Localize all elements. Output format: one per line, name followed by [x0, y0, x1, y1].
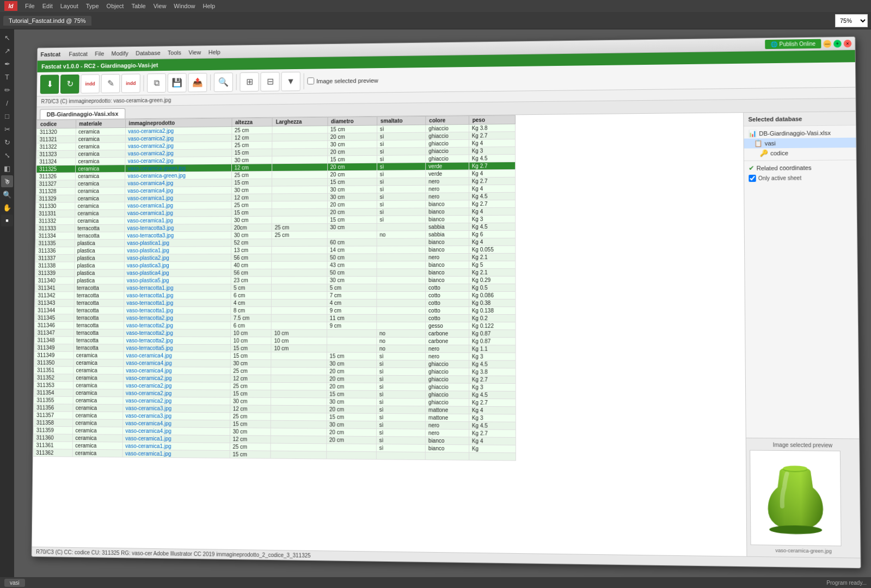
image-link[interactable]: vaso-ceramica4.jpg: [125, 428, 171, 434]
col-header-immagineprodotto[interactable]: immagineprodotto: [125, 118, 232, 128]
image-link[interactable]: vaso-plastica4.jpg: [127, 270, 169, 276]
menu-edit[interactable]: Edit: [39, 2, 56, 10]
menu-table[interactable]: Table: [128, 2, 149, 10]
image-link[interactable]: vaso-terracotta1.jpg: [127, 300, 174, 306]
fc-menu-file[interactable]: File: [92, 49, 108, 58]
table-cell[interactable]: vaso-ceramica1.jpg: [125, 194, 231, 202]
table-cell[interactable]: vaso-terracotta5.jpg: [123, 344, 230, 352]
image-link[interactable]: vaso-terracotta1.jpg: [126, 308, 173, 314]
scissors-tool[interactable]: ✂: [1, 123, 13, 135]
image-link[interactable]: vaso-terracotta5.jpg: [126, 345, 173, 351]
direct-select-tool[interactable]: ↗: [1, 45, 13, 57]
close-button[interactable]: ×: [844, 39, 852, 47]
fc-table-area[interactable]: codice materiale immagineprodotto altezz…: [32, 113, 747, 556]
eyedropper-tool[interactable]: 🖰: [1, 175, 13, 187]
image-link[interactable]: vaso-ceramica4.jpg: [126, 360, 172, 366]
image-link[interactable]: vaso-ceramica2.jpg: [128, 136, 174, 142]
image-link[interactable]: vaso-plastica1.jpg: [127, 240, 169, 246]
table-cell[interactable]: vaso-ceramica4.jpg: [123, 352, 230, 359]
image-link[interactable]: vaso-ceramica-green.jpg: [128, 165, 186, 171]
table-cell[interactable]: vaso-ceramica1.jpg: [122, 434, 230, 443]
menu-object[interactable]: Object: [103, 2, 127, 10]
menu-window[interactable]: Window: [170, 2, 198, 10]
table-cell[interactable]: vaso-ceramica4.jpg: [123, 367, 230, 375]
col-header-colore[interactable]: colore: [426, 116, 469, 125]
table-cell[interactable]: vaso-plastica3.jpg: [124, 261, 231, 269]
image-link[interactable]: vaso-terracotta1.jpg: [127, 292, 174, 298]
table-cell[interactable]: vaso-ceramica4.jpg: [122, 427, 230, 435]
table-row[interactable]: 311344terracottavaso-terracotta1.jpg8 cm…: [35, 307, 516, 314]
col-header-codice[interactable]: codice: [37, 120, 76, 128]
vasi-tab[interactable]: vasi: [4, 579, 25, 587]
fc-menu-tools[interactable]: Tools: [164, 48, 184, 57]
line-tool[interactable]: /: [1, 97, 13, 109]
table-row[interactable]: 311340plasticavaso-plastica5.jpg23 cm30 …: [35, 276, 516, 284]
col-header-larghezza[interactable]: Larghezza: [272, 117, 327, 126]
col-header-materiale[interactable]: materiale: [76, 119, 125, 128]
refresh-btn[interactable]: ↻: [60, 74, 79, 93]
table-cell[interactable]: vaso-terracotta1.jpg: [124, 284, 230, 292]
image-link[interactable]: vaso-ceramica1.jpg: [127, 203, 173, 209]
search-btn[interactable]: 🔍: [214, 72, 233, 92]
zoom-select[interactable]: 75% 100% 50%: [835, 14, 868, 27]
table-row[interactable]: 311338plasticavaso-plastica3.jpg40 cm43 …: [35, 261, 516, 270]
image-link[interactable]: vaso-ceramica4.jpg: [126, 420, 171, 426]
menu-view[interactable]: View: [150, 2, 170, 10]
table-cell[interactable]: vaso-ceramica3.jpg: [122, 405, 230, 413]
table-cell[interactable]: vaso-ceramica4.jpg: [125, 187, 231, 195]
table-row[interactable]: 311346terracottavaso-terracotta2.jpg6 cm…: [35, 322, 516, 330]
table-cell[interactable]: vaso-plastica5.jpg: [124, 277, 231, 284]
image-link[interactable]: vaso-ceramica2.jpg: [128, 158, 174, 164]
table-row[interactable]: 311341terracottavaso-terracotta1.jpg5 cm…: [35, 284, 516, 291]
image-link[interactable]: vaso-ceramica-green.jpg: [128, 173, 186, 179]
table-cell[interactable]: vaso-ceramica4.jpg: [122, 419, 230, 427]
image-link[interactable]: vaso-ceramica1.jpg: [125, 450, 171, 457]
col-header-smaltato[interactable]: smaltato: [377, 116, 426, 125]
grid2-btn[interactable]: ⊟: [260, 72, 279, 91]
type-tool[interactable]: T: [1, 71, 13, 83]
table-cell[interactable]: vaso-ceramica1.jpg: [122, 450, 230, 458]
image-link[interactable]: vaso-plastica5.jpg: [127, 278, 169, 284]
gradient-tool[interactable]: ◧: [1, 162, 13, 174]
table-cell[interactable]: vaso-ceramica-green.jpg: [125, 164, 231, 172]
image-link[interactable]: vaso-ceramica1.jpg: [127, 218, 173, 224]
indd2-btn[interactable]: indd: [121, 74, 140, 93]
table-cell[interactable]: vaso-plastica1.jpg: [124, 239, 231, 247]
grid-btn[interactable]: ⊞: [240, 72, 259, 91]
table-cell[interactable]: vaso-ceramica1.jpg: [125, 209, 231, 217]
image-link[interactable]: vaso-ceramica4.jpg: [127, 188, 173, 194]
fc-menu-fastcat[interactable]: Fastcat: [66, 50, 91, 58]
table-cell[interactable]: vaso-plastica4.jpg: [124, 269, 231, 277]
table-cell[interactable]: vaso-ceramica1.jpg: [125, 217, 231, 225]
image-link[interactable]: vaso-ceramica3.jpg: [126, 405, 171, 411]
image-link[interactable]: vaso-ceramica4.jpg: [126, 367, 171, 373]
menu-help[interactable]: Help: [199, 2, 218, 10]
image-link[interactable]: vaso-ceramica1.jpg: [125, 436, 171, 442]
table-row[interactable]: 311339plasticavaso-plastica4.jpg56 cm50 …: [35, 268, 516, 277]
pencil-tool[interactable]: ✏: [1, 84, 13, 96]
table-cell[interactable]: vaso-terracotta1.jpg: [124, 299, 231, 307]
table-cell[interactable]: vaso-ceramica2.jpg: [123, 374, 230, 382]
tree-item-db[interactable]: 📊 DB-Giardinaggio-Vasi.xlsx: [744, 128, 856, 139]
col-header-diametro[interactable]: diametro: [327, 117, 377, 126]
tree-item-vasi[interactable]: 📋 vasi: [744, 138, 856, 149]
image-link[interactable]: vaso-plastica3.jpg: [127, 262, 169, 268]
image-link[interactable]: vaso-ceramica1.jpg: [125, 443, 171, 450]
table-cell[interactable]: vaso-terracotta2.jpg: [124, 322, 231, 329]
minimize-button[interactable]: —: [823, 40, 831, 47]
fc-menu-modify[interactable]: Modify: [108, 48, 132, 57]
table-cell[interactable]: vaso-ceramica2.jpg: [123, 389, 230, 397]
image-link[interactable]: vaso-plastica1.jpg: [127, 248, 169, 254]
table-cell[interactable]: vaso-terracotta2.jpg: [124, 336, 231, 344]
fc-menu-database[interactable]: Database: [132, 48, 163, 57]
fill-stroke[interactable]: ■: [1, 215, 13, 226]
image-link[interactable]: vaso-ceramica2.jpg: [126, 375, 171, 381]
image-link[interactable]: vaso-terracotta2.jpg: [126, 315, 173, 321]
image-link[interactable]: vaso-ceramica2.jpg: [126, 397, 171, 403]
select-tool[interactable]: ↖: [1, 32, 13, 44]
zoom-tool[interactable]: 🔍: [1, 188, 13, 200]
image-link[interactable]: vaso-ceramica1.jpg: [127, 195, 173, 201]
image-link[interactable]: vaso-terracotta3.jpg: [127, 225, 174, 231]
table-cell[interactable]: vaso-ceramica2.jpg: [125, 157, 232, 165]
hand-tool[interactable]: ✋: [1, 201, 13, 213]
